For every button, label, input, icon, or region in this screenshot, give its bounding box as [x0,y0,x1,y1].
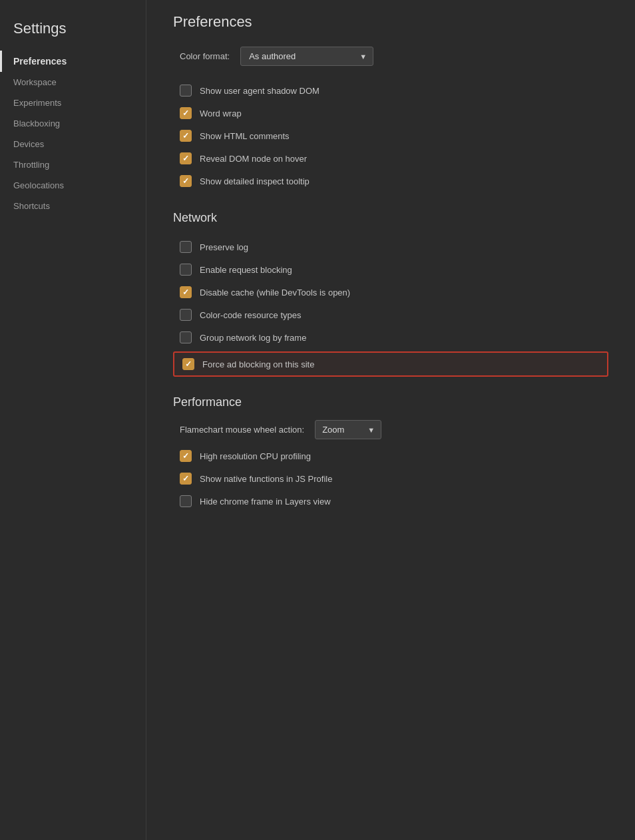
checkbox-label-native-functions: Show native functions in JS Profile [200,474,332,484]
checkbox-item-preserve-log[interactable]: Preserve log [173,236,608,258]
flamechart-label: Flamechart mouse wheel action: [180,425,304,435]
checkbox-item-reveal-dom[interactable]: Reveal DOM node on hover [173,147,608,170]
sidebar-item-blackboxing[interactable]: Blackboxing [0,113,146,134]
sidebar-item-geolocations[interactable]: Geolocations [0,175,146,196]
checkbox-wrapper-html-comments [180,130,192,142]
checkbox-wrapper-force-ad-blocking [182,358,194,370]
checkbox-label-word-wrap: Word wrap [200,108,242,118]
checkbox-wrapper-reveal-dom [180,152,192,164]
checkbox-item-html-comments[interactable]: Show HTML comments [173,124,608,147]
app-title: Settings [0,13,146,51]
sidebar-nav: PreferencesWorkspaceExperimentsBlackboxi… [0,51,146,216]
color-format-row: Color format: As authoredHEXRGBHSL ▼ [173,47,608,66]
flamechart-row: Flamechart mouse wheel action: ZoomScrol… [173,420,608,439]
checkbox-label-request-blocking: Enable request blocking [200,265,292,275]
checkbox-item-group-network[interactable]: Group network log by frame [173,326,608,349]
checkbox-label-shadow-dom: Show user agent shadow DOM [200,86,319,96]
checkbox-wrapper-high-res-cpu [180,450,192,462]
checkbox-label-group-network: Group network log by frame [200,333,306,343]
checkbox-item-force-ad-blocking[interactable]: Force ad blocking on this site [173,351,608,377]
checkbox-wrapper-native-functions [180,473,192,485]
checkbox-label-high-res-cpu: High resolution CPU profiling [200,451,311,461]
sidebar-item-shortcuts[interactable]: Shortcuts [0,196,146,216]
preferences-checkboxes: Show user agent shadow DOMWord wrapShow … [173,79,608,192]
flamechart-select[interactable]: ZoomScroll [315,420,381,439]
performance-checkboxes: High resolution CPU profilingShow native… [173,445,608,513]
network-section-title: Network [173,211,608,225]
checkbox-wrapper-preserve-log [180,241,192,253]
checkbox-wrapper-chrome-frame [180,495,192,507]
checkbox-item-inspect-tooltip[interactable]: Show detailed inspect tooltip [173,170,608,192]
sidebar-item-workspace[interactable]: Workspace [0,72,146,93]
checkbox-label-inspect-tooltip: Show detailed inspect tooltip [200,176,310,186]
checkbox-item-color-code[interactable]: Color-code resource types [173,304,608,326]
checkbox-item-disable-cache[interactable]: Disable cache (while DevTools is open) [173,281,608,304]
checkbox-label-reveal-dom: Reveal DOM node on hover [200,154,307,164]
page-title: Preferences [173,13,608,31]
checkbox-label-chrome-frame: Hide chrome frame in Layers view [200,497,331,507]
color-format-select[interactable]: As authoredHEXRGBHSL [240,47,373,66]
checkbox-wrapper-color-code [180,309,192,321]
sidebar-item-experiments[interactable]: Experiments [0,93,146,113]
checkbox-item-chrome-frame[interactable]: Hide chrome frame in Layers view [173,490,608,513]
checkbox-wrapper-inspect-tooltip [180,175,192,187]
sidebar-item-throttling[interactable]: Throttling [0,154,146,175]
checkbox-wrapper-group-network [180,331,192,343]
checkbox-item-native-functions[interactable]: Show native functions in JS Profile [173,467,608,490]
color-format-select-wrapper: As authoredHEXRGBHSL ▼ [240,47,373,66]
flamechart-select-wrapper: ZoomScroll ▼ [315,420,381,439]
sidebar-item-preferences[interactable]: Preferences [0,51,146,72]
network-checkboxes: Preserve logEnable request blockingDisab… [173,236,608,377]
color-format-label: Color format: [180,51,230,61]
checkbox-label-color-code: Color-code resource types [200,310,301,320]
checkbox-wrapper-shadow-dom [180,85,192,97]
checkbox-wrapper-request-blocking [180,264,192,276]
checkbox-item-request-blocking[interactable]: Enable request blocking [173,258,608,281]
checkbox-item-high-res-cpu[interactable]: High resolution CPU profiling [173,445,608,467]
checkbox-item-shadow-dom[interactable]: Show user agent shadow DOM [173,79,608,102]
checkbox-item-word-wrap[interactable]: Word wrap [173,102,608,124]
checkbox-label-disable-cache: Disable cache (while DevTools is open) [200,288,350,298]
checkbox-label-force-ad-blocking: Force ad blocking on this site [202,359,314,369]
checkbox-label-html-comments: Show HTML comments [200,131,290,141]
sidebar: Settings PreferencesWorkspaceExperiments… [0,0,146,840]
main-content: Preferences Color format: As authoredHEX… [146,0,635,840]
performance-section-title: Performance [173,395,608,409]
sidebar-item-devices[interactable]: Devices [0,134,146,154]
checkbox-label-preserve-log: Preserve log [200,242,248,252]
checkbox-wrapper-word-wrap [180,107,192,119]
checkbox-wrapper-disable-cache [180,286,192,298]
